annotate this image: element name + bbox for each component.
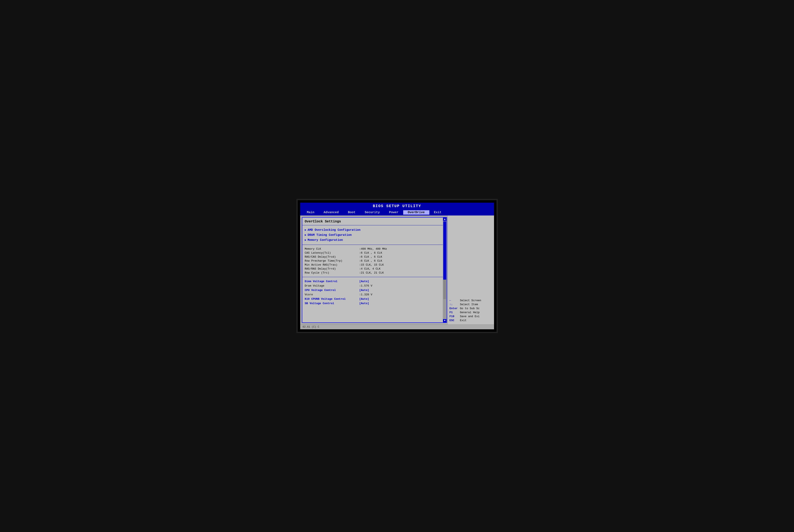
bios-screen: BIOS SETUP UTILITY Main Advanced Boot Se… (296, 199, 498, 333)
submenu-section: ► AMD Overclocking Configuration ► DRAM … (302, 225, 443, 245)
control-value: [Auto] (359, 289, 369, 292)
info-label: Row Cycle (Trc) (305, 271, 359, 274)
nav-security[interactable]: Security (360, 210, 385, 215)
info-label: CAS Latency(Tcl) (305, 251, 359, 254)
arrow-icon: ► (305, 239, 307, 242)
submenu-amd-label: AMD Overclocking Configuration (308, 228, 361, 232)
control-value: [Auto] (359, 302, 369, 305)
key-name: ↑↓ (449, 303, 460, 306)
key-help-row-enter: Enter Go to Sub Sc (449, 306, 492, 310)
info-row-memoryclk: Memory CLK :400 MHz, 400 MHz (305, 247, 440, 251)
bottom-bar: 02.61 (C) C (300, 324, 494, 329)
key-help-row-f10: F10 Save and Exi (449, 315, 492, 318)
info-row-rasras: RAS/RAS Delay(Trrd) :4 CLK, 4 CLK (305, 267, 440, 271)
key-help: ← Select Screen ↑↓ Select Item Enter Go … (449, 299, 492, 322)
info-label: Memory CLK (305, 247, 359, 250)
info-value: :15 CLK, 15 CLK (359, 263, 384, 266)
sidebar-panel: ← Select Screen ↑↓ Select Item Enter Go … (448, 215, 494, 324)
control-label: CPU Voltage Control (305, 289, 359, 292)
info-value: :400 MHz, 400 MHz (359, 247, 387, 250)
main-panel: OverClock Settings ► AMD Overclocking Co… (302, 217, 447, 323)
control-value: :1.576 V (359, 284, 372, 287)
info-row-rowcycle: Row Cycle (Trc) :21 CLK, 21 CLK (305, 271, 440, 275)
control-label: K10 CPUNB Voltage Control (305, 298, 359, 301)
info-label: RAS/CAS Delay(Trcd) (305, 255, 359, 259)
info-label: Min Active RAS(Tras) (305, 263, 359, 266)
arrow-icon: ► (305, 233, 307, 237)
control-row-sb[interactable]: SB Voltage Control [Auto] (305, 301, 440, 306)
submenu-memory-label: Memory Configuration (308, 238, 343, 242)
key-desc: Select Item (460, 303, 478, 306)
info-value: :6 CLK , 6 CLK (359, 251, 382, 254)
info-value: :4 CLK, 4 CLK (359, 267, 381, 270)
key-desc: Select Screen (460, 299, 481, 302)
control-label: Dimm Voltage Control (305, 280, 359, 283)
info-row-rowprecharge: Row Precharge Time(Trp) :6 CLK , 6 CLK (305, 259, 440, 263)
panel-title: OverClock Settings (302, 217, 443, 225)
control-row-vcore: Vcore :1.320 V (305, 292, 440, 297)
control-value: [Auto] (359, 298, 369, 301)
scroll-thumb-bottom (443, 299, 446, 319)
control-row-cpu[interactable]: CPU Voltage Control [Auto] (305, 288, 440, 292)
info-section: Memory CLK :400 MHz, 400 MHz CAS Latency… (302, 245, 443, 277)
scroll-thumb (443, 221, 446, 280)
key-help-row-f1: F1 General Help (449, 310, 492, 315)
key-name: F10 (449, 315, 460, 318)
nav-bar: Main Advanced Boot Security Power OverDr… (300, 209, 494, 215)
control-value: [Auto] (359, 280, 369, 283)
info-row-rascas: RAS/CAS Delay(Trcd) :6 CLK , 6 CLK (305, 255, 440, 259)
info-label: RAS/RAS Delay(Trrd) (305, 267, 359, 270)
control-section: Dimm Voltage Control [Auto] Dram Voltage… (302, 277, 443, 308)
arrow-icon: ► (305, 228, 307, 232)
submenu-amd[interactable]: ► AMD Overclocking Configuration (305, 227, 440, 232)
control-row-dimm[interactable]: Dimm Voltage Control [Auto] (305, 279, 440, 284)
control-value: :1.320 V (359, 293, 372, 296)
control-label: Dram Voltage (305, 284, 359, 287)
settings-panel: OverClock Settings ► AMD Overclocking Co… (302, 217, 443, 322)
info-value: :6 CLK , 6 CLK (359, 259, 382, 262)
key-help-row-esc: ESC Exit (449, 318, 492, 322)
info-value: :6 CLK , 6 CLK (359, 255, 382, 259)
nav-power[interactable]: Power (385, 210, 403, 215)
key-name: ← (449, 299, 460, 302)
scroll-down[interactable]: ▼ (443, 319, 446, 322)
scrollbar[interactable]: ▲ ▼ (443, 217, 447, 322)
control-row-k10[interactable]: K10 CPUNB Voltage Control [Auto] (305, 297, 440, 301)
control-label: Vcore (305, 293, 359, 296)
nav-exit[interactable]: Exit (429, 210, 446, 215)
control-label: SB Voltage Control (305, 302, 359, 305)
key-name: Enter (449, 307, 460, 310)
scroll-up[interactable]: ▲ (443, 217, 446, 221)
bios-title: BIOS SETUP UTILITY (300, 203, 494, 209)
content-area: OverClock Settings ► AMD Overclocking Co… (300, 215, 494, 324)
info-label: Row Precharge Time(Trp) (305, 259, 359, 262)
key-desc: General Help (460, 311, 480, 314)
info-value: :21 CLK, 21 CLK (359, 271, 384, 274)
nav-advanced[interactable]: Advanced (319, 210, 344, 215)
key-help-row-select-item: ↑↓ Select Item (449, 302, 492, 306)
scroll-track[interactable] (443, 221, 446, 319)
key-desc: Go to Sub Sc (460, 307, 480, 310)
key-name: F1 (449, 311, 460, 314)
key-help-row-select-screen: ← Select Screen (449, 299, 492, 302)
info-row-minactive: Min Active RAS(Tras) :15 CLK, 15 CLK (305, 263, 440, 267)
submenu-dram[interactable]: ► DRAM Timing Configuration (305, 232, 440, 238)
submenu-dram-label: DRAM Timing Configuration (308, 233, 352, 237)
key-name: ESC (449, 319, 460, 322)
nav-main[interactable]: Main (302, 210, 319, 215)
nav-boot[interactable]: Boot (344, 210, 360, 215)
control-row-dram: Dram Voltage :1.576 V (305, 284, 440, 288)
info-row-caslatency: CAS Latency(Tcl) :6 CLK , 6 CLK (305, 251, 440, 255)
nav-overdrive[interactable]: OverDrive (403, 210, 429, 215)
submenu-memory[interactable]: ► Memory Configuration (305, 238, 440, 243)
key-desc: Exit (460, 319, 466, 322)
key-desc: Save and Exi (460, 315, 480, 318)
